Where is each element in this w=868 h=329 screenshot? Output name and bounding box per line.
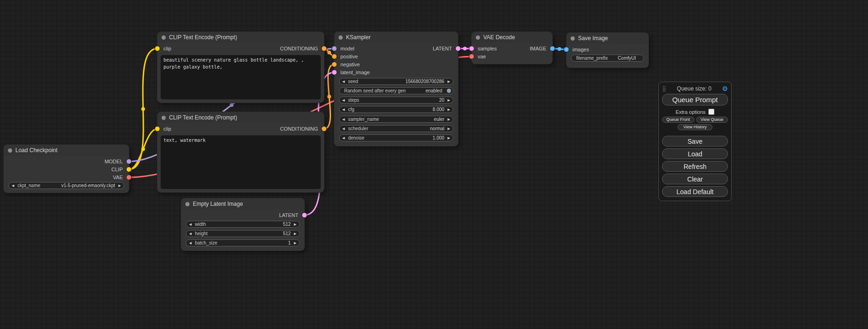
- node-clip-text-encode-positive[interactable]: CLIP Text Encode (Prompt) clip CONDITION…: [157, 32, 324, 103]
- widget-decrement-arrow-icon[interactable]: ◀: [189, 241, 191, 245]
- wire-midpoint-dot: [557, 47, 561, 51]
- slot-ksampler-in-model[interactable]: [332, 46, 337, 51]
- widget-increment-arrow-icon[interactable]: ▶: [448, 80, 450, 83]
- widget-increment-arrow-icon[interactable]: ▶: [119, 184, 121, 187]
- ksampler-title-bar[interactable]: KSampler: [334, 32, 458, 43]
- input-label-positive: positive: [340, 53, 358, 60]
- view-queue-button[interactable]: View Queue: [696, 117, 728, 123]
- collapse-dot[interactable]: [162, 35, 166, 40]
- widget-label: filename_prefix: [576, 56, 608, 61]
- widget-increment-arrow-icon[interactable]: ▶: [294, 223, 296, 226]
- slot-clip-positive-out-conditioning[interactable]: [321, 46, 327, 51]
- widget-height[interactable]: ◀ height 512 ▶: [186, 230, 300, 237]
- node-save-image[interactable]: Save Image images filename_prefix ComfyU…: [566, 33, 649, 68]
- collapse-dot[interactable]: [339, 35, 343, 40]
- load-checkpoint-title-bar[interactable]: Load Checkpoint: [4, 145, 129, 156]
- widget-seed[interactable]: ◀ seed 156680208700286 ▶: [339, 78, 453, 85]
- slot-ksampler-in-latent-image[interactable]: [332, 70, 337, 75]
- load-button[interactable]: Load: [662, 148, 728, 159]
- widget-random-seed-toggle[interactable]: Random seed after every gen enabled: [339, 87, 453, 94]
- node-title: Save Image: [578, 35, 608, 42]
- widget-increment-arrow-icon[interactable]: ▶: [448, 136, 450, 140]
- widget-batch-size[interactable]: ◀ batch_size 1 ▶: [186, 239, 300, 246]
- widget-width[interactable]: ◀ width 512 ▶: [186, 221, 300, 228]
- widget-sampler-name[interactable]: ◀ sampler_name euler ▶: [339, 116, 453, 123]
- slot-save-image-in-images[interactable]: [564, 47, 569, 52]
- widget-increment-arrow-icon[interactable]: ▶: [448, 127, 450, 130]
- node-ksampler[interactable]: KSampler model positive negative latent_…: [334, 32, 458, 146]
- slot-clip-negative-in-clip[interactable]: [155, 126, 160, 132]
- slot-clip-negative-out-conditioning[interactable]: [321, 126, 327, 132]
- extra-options-checkbox[interactable]: [708, 109, 714, 115]
- widget-label: cfg: [348, 107, 354, 112]
- queue-prompt-button[interactable]: Queue Prompt: [662, 94, 728, 105]
- slot-vae-decode-out-image[interactable]: [550, 46, 555, 51]
- slot-load-checkpoint-out-vae[interactable]: [126, 175, 132, 180]
- slot-clip-positive-in-clip[interactable]: [155, 46, 160, 51]
- prompt-textarea[interactable]: beautiful scenery nature glass bottle la…: [161, 55, 321, 99]
- wire-midpoint-dot: [327, 51, 331, 55]
- drag-handle-icon[interactable]: ⣿: [662, 86, 666, 91]
- settings-gear-icon[interactable]: ⚙: [722, 85, 728, 92]
- widget-decrement-arrow-icon[interactable]: ◀: [342, 127, 345, 130]
- collapse-dot[interactable]: [571, 36, 575, 41]
- clear-button[interactable]: Clear: [662, 174, 728, 184]
- slot-vae-decode-in-samples[interactable]: [469, 46, 474, 51]
- widget-decrement-arrow-icon[interactable]: ◀: [12, 184, 14, 187]
- queue-panel[interactable]: ⣿ Queue size: 0 ⚙ Queue Prompt Extra opt…: [658, 82, 732, 201]
- widget-decrement-arrow-icon[interactable]: ◀: [342, 98, 345, 102]
- widget-decrement-arrow-icon[interactable]: ◀: [342, 80, 345, 83]
- toggle-dot-icon[interactable]: [447, 89, 451, 93]
- widget-increment-arrow-icon[interactable]: ▶: [294, 232, 296, 235]
- slot-load-checkpoint-out-model[interactable]: [126, 159, 132, 164]
- widget-scheduler[interactable]: ◀ scheduler normal ▶: [339, 125, 453, 132]
- load-default-button[interactable]: Load Default: [662, 186, 728, 197]
- widget-increment-arrow-icon[interactable]: ▶: [448, 98, 450, 102]
- widget-steps[interactable]: ◀ steps 20 ▶: [339, 97, 453, 104]
- prompt-textarea[interactable]: text, watermark: [161, 135, 321, 189]
- slot-ksampler-in-negative[interactable]: [332, 62, 337, 67]
- input-label-negative: negative: [340, 61, 360, 68]
- refresh-button[interactable]: Refresh: [662, 161, 728, 172]
- slot-empty-latent-out-latent[interactable]: [302, 212, 307, 218]
- widget-filename-prefix[interactable]: filename_prefix ComfyUI: [571, 55, 644, 62]
- widget-cfg[interactable]: ◀ cfg 8.000 ▶: [339, 106, 453, 113]
- graph-canvas[interactable]: { "queue_panel": { "queue_size": "Queue …: [0, 0, 868, 329]
- node-empty-latent-image[interactable]: Empty Latent Image LATENT ◀ width 512 ▶ …: [181, 198, 304, 251]
- clip-text-encode-title-bar[interactable]: CLIP Text Encode (Prompt): [157, 112, 324, 123]
- queue-front-button[interactable]: Queue Front: [662, 117, 694, 123]
- node-title: Load Checkpoint: [15, 147, 57, 154]
- widget-ckpt-name[interactable]: ◀ ckpt_name v1-5-pruned-emaonly.ckpt ▶: [8, 182, 124, 189]
- extra-options-label: Extra options: [676, 109, 706, 115]
- widget-decrement-arrow-icon[interactable]: ◀: [189, 232, 191, 235]
- vae-decode-title-bar[interactable]: VAE Decode: [472, 32, 552, 43]
- widget-increment-arrow-icon[interactable]: ▶: [448, 108, 450, 111]
- clip-text-encode-title-bar[interactable]: CLIP Text Encode (Prompt): [157, 32, 324, 43]
- collapse-dot[interactable]: [476, 35, 480, 40]
- save-button[interactable]: Save: [662, 136, 728, 147]
- widget-increment-arrow-icon[interactable]: ▶: [448, 118, 450, 121]
- slot-load-checkpoint-out-clip[interactable]: [126, 167, 132, 172]
- output-label-latent: LATENT: [279, 212, 298, 218]
- view-history-button[interactable]: View History: [677, 124, 713, 130]
- node-clip-text-encode-negative[interactable]: CLIP Text Encode (Prompt) clip CONDITION…: [157, 112, 324, 192]
- empty-latent-title-bar[interactable]: Empty Latent Image: [181, 198, 304, 210]
- widget-denoise[interactable]: ◀ denoise 1.000 ▶: [339, 134, 453, 141]
- collapse-dot[interactable]: [162, 116, 166, 120]
- widget-decrement-arrow-icon[interactable]: ◀: [342, 136, 345, 140]
- widget-decrement-arrow-icon[interactable]: ◀: [189, 223, 191, 226]
- slot-ksampler-in-positive[interactable]: [332, 54, 337, 59]
- widget-label: scheduler: [348, 126, 368, 131]
- collapse-dot[interactable]: [185, 202, 190, 206]
- node-title: CLIP Text Encode (Prompt): [169, 34, 237, 41]
- widget-decrement-arrow-icon[interactable]: ◀: [342, 118, 345, 121]
- node-load-checkpoint[interactable]: Load Checkpoint MODEL CLIP VAE ◀ ckpt_na…: [4, 145, 129, 193]
- widget-increment-arrow-icon[interactable]: ▶: [294, 241, 296, 245]
- collapse-dot[interactable]: [8, 148, 12, 153]
- slot-vae-decode-in-vae[interactable]: [469, 54, 474, 59]
- widget-decrement-arrow-icon[interactable]: ◀: [342, 108, 345, 111]
- slot-ksampler-out-latent[interactable]: [455, 46, 461, 51]
- save-image-title-bar[interactable]: Save Image: [566, 33, 649, 44]
- widget-value: v1-5-pruned-emaonly.ckpt: [61, 183, 115, 188]
- node-vae-decode[interactable]: VAE Decode samples vae IMAGE: [472, 32, 552, 64]
